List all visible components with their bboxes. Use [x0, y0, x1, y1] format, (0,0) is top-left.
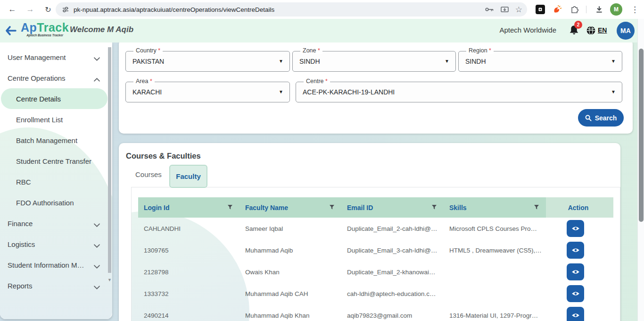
cell-skills: HTML5 , Dreamweaver (CS5),… — [444, 247, 546, 254]
sidebar-item-batch-management[interactable]: Batch Management — [0, 130, 112, 151]
filter-icon[interactable] — [227, 204, 233, 211]
sidebar-item-enrollment-list[interactable]: Enrollment List — [0, 109, 112, 130]
area-select[interactable]: Area * KARACHI ▼ — [125, 82, 290, 102]
view-faculty-button[interactable] — [567, 263, 584, 280]
globe-icon[interactable] — [586, 25, 596, 37]
cell-skills: 1316-Material UI, 1297-Progr… — [444, 312, 546, 319]
filter-icon[interactable] — [534, 204, 539, 211]
sidebar-item-student-centre-transfer[interactable]: Student Centre Transfer — [0, 151, 112, 171]
language-link[interactable]: EN — [598, 26, 607, 34]
install-screencast-icon[interactable] — [501, 6, 509, 13]
region-select[interactable]: Region * SINDH ▼ — [458, 51, 622, 72]
country-value: PAKISTAN — [132, 58, 164, 65]
sidebar-item-finance[interactable]: Finance — [0, 213, 112, 234]
orange-extension-icon[interactable] — [553, 5, 562, 14]
chevron-down-icon — [94, 262, 100, 270]
page-scrollbar[interactable] — [637, 19, 644, 321]
tab-courses[interactable]: Courses — [135, 170, 162, 178]
centre-select[interactable]: Centre * ACE-PK-KARACHI-19-LANDHI ▼ — [296, 82, 622, 102]
sidebar-item-label: Finance — [8, 220, 33, 228]
search-icon — [585, 115, 592, 121]
org-label: Aptech Worldwide — [499, 26, 556, 34]
sidebar-item-reports[interactable]: Reports — [0, 275, 112, 296]
browser-reload-icon[interactable]: ↻ — [42, 4, 54, 15]
cell-login-id: 1309765 — [138, 247, 239, 254]
search-button-label: Search — [595, 114, 617, 122]
cell-email: Duplicate_Email_2-cah-ldhi@… — [341, 225, 444, 232]
cell-email: Duplicate_Email_3-cah-ldhi@… — [341, 247, 444, 254]
dropdown-arrow-icon: ▼ — [611, 59, 616, 64]
cell-faculty-name: Muhammad Aqib — [239, 247, 341, 254]
sidebar-scrollbar[interactable]: ▼ — [108, 47, 111, 283]
bookmark-star-icon[interactable]: ☆ — [515, 6, 522, 14]
centre-value: ACE-PK-KARACHI-19-LANDHI — [303, 88, 395, 96]
browser-back-icon[interactable]: ← — [7, 4, 18, 15]
view-faculty-button[interactable] — [567, 285, 584, 302]
view-faculty-button[interactable] — [567, 307, 584, 321]
zone-select[interactable]: Zone * SINDH ▼ — [292, 51, 456, 72]
tab-faculty[interactable]: Faculty — [169, 165, 207, 188]
filter-icon[interactable] — [431, 204, 437, 211]
sidebar-item-label: RBC — [16, 178, 31, 186]
cell-faculty-name: Muhammad Aqib Khan — [239, 312, 341, 319]
table-row: CAHLANDHI Sameer Iqbal Duplicate_Email_2… — [138, 218, 613, 239]
dropdown-arrow-icon: ▼ — [445, 59, 449, 64]
faculty-table: Login Id Faculty Name Email ID Skills — [138, 197, 613, 321]
search-button[interactable]: Search — [578, 109, 624, 127]
view-faculty-button[interactable] — [567, 242, 584, 259]
sidebar-item-student-information[interactable]: Student Information M… — [0, 254, 112, 275]
browser-forward-icon[interactable]: → — [25, 4, 36, 15]
table-row: 1333732 Muhammad Aqib CAH cah-ldhi@aptec… — [138, 283, 613, 304]
gear-extension-icon[interactable] — [536, 5, 545, 14]
sidebar-item-rbc[interactable]: RBC — [0, 171, 112, 192]
download-icon[interactable] — [595, 5, 603, 16]
column-label: Skills — [449, 204, 467, 211]
address-bar[interactable]: pk-npuat.aptrack.asia/aptrackuiuat/centr… — [56, 2, 527, 17]
url-text[interactable]: pk-npuat.aptrack.asia/aptrackuiuat/centr… — [74, 6, 274, 13]
sidebar-item-logistics[interactable]: Logistics — [0, 234, 112, 254]
required-asterisk: * — [325, 78, 328, 84]
zone-label: Zone — [303, 47, 316, 54]
area-label: Area — [136, 78, 148, 84]
eye-icon — [571, 269, 580, 275]
sidebar: User Management Centre Operations Centre… — [0, 42, 112, 319]
table-row: 1309765 Muhammad Aqib Duplicate_Email_3-… — [138, 239, 613, 261]
sidebar-item-centre-details[interactable]: Centre Details — [1, 88, 107, 109]
logo-tagline: Aptech Business Tracker — [21, 34, 69, 37]
cell-login-id: 2490214 — [138, 312, 239, 319]
cell-faculty-name: Sameer Iqbal — [239, 225, 341, 232]
table-row: 2128798 Owais Khan Duplicate_Email_2-kha… — [138, 261, 613, 283]
column-header-login-id[interactable]: Login Id — [138, 197, 239, 218]
aptrack-logo[interactable]: ApTrack Aptech Business Tracker — [21, 22, 69, 37]
zone-value: SINDH — [299, 58, 320, 65]
sidebar-scrollbar-thumb[interactable] — [108, 47, 111, 273]
sidebar-item-user-management[interactable]: User Management — [0, 47, 112, 68]
user-avatar[interactable]: MA — [617, 22, 635, 40]
view-faculty-button[interactable] — [567, 220, 584, 237]
dropdown-arrow-icon: ▼ — [611, 89, 616, 94]
sidebar-item-label: FDO Authorisation — [16, 199, 74, 207]
required-asterisk: * — [318, 47, 320, 54]
password-key-icon[interactable] — [485, 7, 494, 12]
cell-login-id: 2128798 — [138, 269, 239, 276]
menu-dots-icon[interactable]: ⋮ — [631, 5, 639, 15]
column-header-email-id[interactable]: Email ID — [341, 197, 444, 218]
filter-icon[interactable] — [329, 204, 335, 211]
cell-faculty-name: Owais Khan — [239, 269, 341, 276]
sidebar-item-fdo-authorisation[interactable]: FDO Authorisation — [0, 192, 112, 213]
site-settings-icon[interactable] — [62, 6, 69, 13]
browser-profile-avatar[interactable]: M — [610, 3, 622, 16]
column-label: Email ID — [347, 204, 373, 211]
dropdown-arrow-icon: ▼ — [279, 59, 283, 64]
sidebar-item-label: Enrollment List — [16, 116, 63, 124]
page-scrollbar-thumb[interactable] — [639, 49, 644, 222]
scrollbar-arrow-icon[interactable]: ▼ — [107, 278, 112, 282]
extensions-puzzle-icon[interactable] — [570, 5, 579, 14]
country-select[interactable]: Country * PAKISTAN ▼ — [125, 51, 290, 72]
column-header-faculty-name[interactable]: Faculty Name — [239, 197, 341, 218]
cell-email: Duplicate_Email_2-khanowai… — [341, 269, 444, 276]
sidebar-item-centre-operations[interactable]: Centre Operations — [0, 68, 112, 88]
eye-icon — [571, 247, 580, 253]
app-back-icon[interactable] — [5, 25, 17, 38]
column-header-skills[interactable]: Skills — [444, 197, 546, 218]
